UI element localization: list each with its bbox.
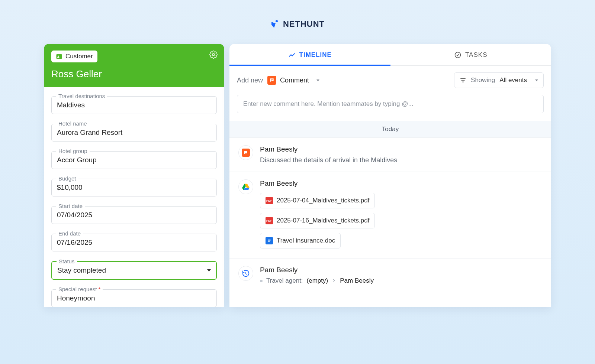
timeline-event: Pam Beesly Travel agent: (empty) Pam Bee…	[229, 259, 551, 292]
customer-badge-label: Customer	[65, 53, 93, 60]
field-value: $10,000	[57, 183, 211, 192]
tabs: TIMELINE TASKS	[229, 44, 551, 66]
google-drive-icon	[242, 183, 250, 191]
event-author: Pam Beesly	[260, 266, 542, 274]
field-value: Stay completed	[57, 266, 106, 274]
timeline-card: TIMELINE TASKS Add new Comment	[229, 44, 551, 307]
field-start-date[interactable]: Start date 07/04/2025	[51, 206, 217, 224]
timeline-toolbar: Add new Comment Showing All events	[229, 66, 551, 95]
dot-icon	[260, 280, 263, 282]
event-author: Pam Beesly	[260, 145, 542, 153]
event-author: Pam Beesly	[260, 179, 542, 188]
field-hotel-name[interactable]: Hotel name Aurora Grand Resort	[51, 124, 217, 142]
tab-label: TIMELINE	[299, 51, 332, 59]
tab-timeline[interactable]: TIMELINE	[229, 44, 390, 65]
pdf-icon: PDF	[266, 197, 273, 204]
arrow-right-icon	[332, 277, 336, 285]
customer-name: Ross Geller	[51, 68, 217, 80]
chevron-down-icon	[535, 79, 538, 81]
gear-icon[interactable]	[209, 51, 218, 59]
filter-value: All events	[499, 77, 527, 84]
history-icon	[242, 269, 250, 277]
svg-rect-5	[271, 79, 273, 80]
brand-header: NETHUNT	[0, 0, 595, 44]
field-value: Honeymoon	[57, 294, 211, 302]
tab-label: TASKS	[465, 51, 487, 59]
svg-rect-9	[462, 82, 464, 82]
svg-rect-8	[461, 80, 465, 81]
filter-events[interactable]: Showing All events	[454, 72, 544, 88]
customer-badge: Customer	[51, 51, 97, 62]
field-value: Aurora Grand Resort	[57, 129, 211, 137]
svg-rect-11	[268, 241, 271, 241]
file-name: Travel insurance.doc	[277, 237, 335, 244]
change-to: Pam Beesly	[340, 277, 374, 285]
file-attachment[interactable]: PDF 2025-07-16_Maldives_tickets.pdf	[260, 213, 375, 228]
event-icon-wrap	[238, 179, 253, 194]
svg-point-2	[58, 55, 59, 57]
customer-header: Customer Ross Geller	[44, 44, 224, 87]
field-travel-destinations[interactable]: Travel destinations Maldives	[51, 96, 217, 114]
pdf-icon: PDF	[266, 217, 273, 224]
svg-point-4	[455, 52, 461, 58]
field-hotel-group[interactable]: Hotel group Accor Group	[51, 151, 217, 169]
field-change: Travel agent: (empty) Pam Beesly	[260, 277, 542, 285]
field-label: Budget	[56, 175, 78, 182]
field-label: Start date	[56, 203, 85, 209]
file-name: 2025-07-04_Maldives_tickets.pdf	[277, 197, 369, 204]
field-value: Accor Group	[57, 156, 211, 164]
field-label: Special request *	[56, 286, 103, 292]
field-label: End date	[56, 230, 83, 237]
comment-chip-label: Comment	[280, 77, 309, 84]
file-attachment[interactable]: Travel insurance.doc	[260, 233, 341, 248]
timeline-section-label: Today	[229, 121, 551, 138]
doc-icon	[266, 237, 273, 244]
field-label: Travel destinations	[56, 93, 107, 99]
tab-tasks[interactable]: TASKS	[390, 44, 551, 65]
add-new-label: Add new	[237, 77, 263, 84]
person-card-icon	[56, 53, 62, 60]
chevron-down-icon	[207, 269, 211, 272]
check-circle-icon	[454, 51, 461, 59]
filter-icon	[460, 77, 466, 84]
svg-rect-10	[268, 240, 271, 240]
change-from: (empty)	[307, 277, 328, 285]
required-star: *	[99, 286, 101, 292]
chevron-down-icon	[316, 79, 319, 81]
change-field: Travel agent:	[266, 277, 303, 285]
field-label: Hotel name	[56, 120, 89, 127]
field-value: Maldives	[57, 101, 211, 109]
add-comment-button[interactable]: Comment	[267, 76, 319, 85]
comment-input[interactable]: Enter new comment here. Mention teammate…	[237, 95, 544, 113]
svg-rect-7	[460, 78, 466, 79]
svg-rect-12	[268, 241, 270, 242]
field-label-text: Special request	[58, 286, 97, 292]
comment-placeholder: Enter new comment here. Mention teammate…	[243, 100, 414, 107]
field-value: 07/16/2025	[57, 238, 211, 247]
customer-card: Customer Ross Geller Travel destinations…	[44, 44, 224, 307]
timeline-event: Pam Beesly Discussed the details of arri…	[229, 138, 551, 172]
field-budget[interactable]: Budget $10,000	[51, 179, 217, 196]
file-name: 2025-07-16_Maldives_tickets.pdf	[277, 217, 369, 224]
field-value: 07/04/2025	[57, 211, 211, 219]
file-attachment[interactable]: PDF 2025-07-04_Maldives_tickets.pdf	[260, 193, 375, 208]
brand-name: NETHUNT	[283, 19, 325, 29]
timeline-event: Pam Beesly PDF 2025-07-04_Maldives_ticke…	[229, 172, 551, 259]
field-label: Hotel group	[56, 148, 90, 154]
svg-rect-1	[57, 54, 62, 59]
trend-icon	[288, 51, 296, 59]
event-icon-wrap	[238, 266, 253, 281]
svg-point-0	[276, 20, 278, 22]
field-label: Status	[57, 258, 77, 264]
svg-point-3	[212, 53, 215, 56]
field-status[interactable]: Status Stay completed	[51, 261, 217, 280]
event-icon-wrap	[238, 145, 253, 160]
field-end-date[interactable]: End date 07/16/2025	[51, 234, 217, 251]
field-special-request[interactable]: Special request * Honeymoon	[51, 289, 217, 307]
filter-prefix: Showing	[471, 77, 495, 84]
brand-logo-icon	[270, 20, 279, 29]
comment-icon	[242, 149, 250, 157]
event-text: Discussed the details of arrival in the …	[260, 156, 542, 164]
comment-icon	[267, 76, 276, 85]
svg-rect-6	[271, 80, 272, 80]
